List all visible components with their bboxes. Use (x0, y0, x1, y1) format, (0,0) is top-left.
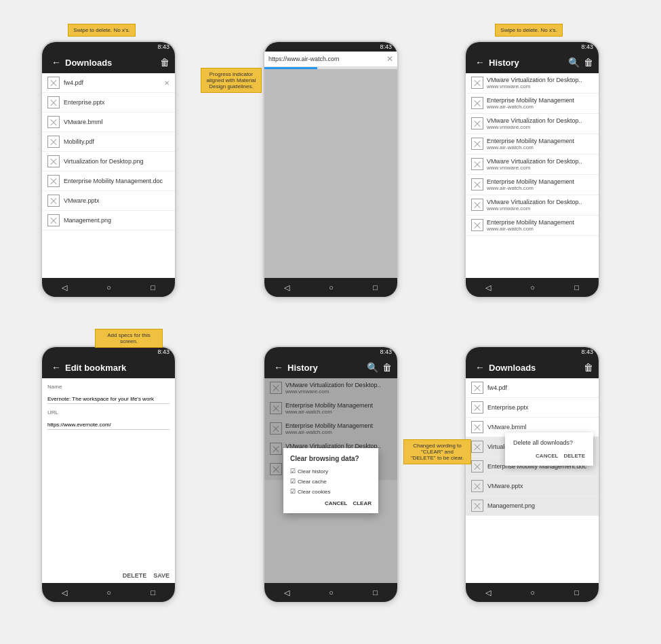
recent-nav[interactable]: □ (574, 283, 579, 291)
nav-bar-1: ◁ ○ □ (42, 278, 175, 297)
phone-3: 8:43 ← History 🔍 🗑 VMware Virtualization… (464, 41, 600, 298)
file-icon (471, 178, 483, 190)
list-item: VMware Virtualization for Desktop.. www.… (466, 73, 599, 94)
annotation-phone1: Swipe to delete. No x's. (68, 24, 136, 37)
search-icon-3[interactable]: 🔍 (568, 57, 580, 68)
home-nav[interactable]: ○ (329, 283, 334, 291)
history-list-3: VMware Virtualization for Desktop.. www.… (466, 73, 599, 278)
status-bar-1: 8:43 (42, 42, 175, 52)
app-bar-1: ← Downloads 🗑 (42, 52, 175, 73)
file-icon (47, 116, 60, 128)
app-bar-4: ← Edit bookmark (42, 357, 175, 378)
status-bar-4: 8:43 (42, 347, 175, 357)
recent-nav[interactable]: □ (574, 588, 579, 597)
nav-bar-2: ◁ ○ □ (264, 278, 397, 297)
list-item: Enterprise Mobility Management www.air-w… (466, 216, 599, 236)
annotation-phone5: Changed wording to "CLEAR" and "DELETE" … (403, 439, 471, 464)
app-title-1: Downloads (65, 58, 156, 68)
home-nav[interactable]: ○ (106, 588, 111, 597)
status-bar-2: 8:43 (264, 42, 397, 52)
back-nav[interactable]: ◁ (62, 283, 67, 292)
phone-4: 8:43 ← Edit bookmark Name URL DELETE SAV… (41, 346, 176, 603)
delete-icon-6[interactable]: 🗑 (584, 362, 593, 373)
file-icon (471, 97, 483, 109)
file-icon (47, 195, 60, 207)
clear-cookies-option[interactable]: ☑ Clear cookies (290, 488, 372, 495)
canvas: 8:43 ← Downloads 🗑 fw4.pdf ✕ Enterprise.… (0, 0, 661, 644)
delete-dialog: Delete all downloads? CANCEL DELETE (505, 432, 593, 466)
name-input[interactable] (47, 395, 169, 404)
list-item: Mobility.pdf (42, 132, 175, 152)
annotation-phone3: Swipe to delete. No x's. (495, 24, 563, 37)
cancel-button[interactable]: CANCEL (325, 500, 347, 506)
clear-button[interactable]: CLEAR (353, 500, 372, 506)
file-icon (471, 77, 483, 89)
recent-nav[interactable]: □ (373, 588, 378, 597)
delete-icon-1[interactable]: 🗑 (160, 57, 169, 68)
cancel-button[interactable]: CANCEL (536, 453, 558, 459)
back-nav[interactable]: ◁ (284, 588, 289, 597)
nav-bar-6: ◁ ○ □ (466, 583, 599, 602)
delete-button[interactable]: DELETE (563, 453, 585, 459)
list-item: Enterprise Mobility Management www.air-w… (466, 134, 599, 155)
list-item: VMware.bmml (42, 113, 175, 132)
file-icon (471, 460, 483, 472)
list-item: Enterprise.pptx (466, 398, 599, 418)
url-input[interactable] (47, 420, 169, 430)
list-item: VMware Virtualization for Desktop.. www.… (466, 195, 599, 216)
file-icon (47, 136, 60, 148)
file-icon (47, 214, 60, 226)
file-icon (47, 155, 60, 167)
delete-icon-5[interactable]: 🗑 (382, 362, 392, 373)
file-icon (47, 77, 60, 89)
back-nav[interactable]: ◁ (62, 588, 67, 597)
clear-cache-option[interactable]: ☑ Clear cache (290, 478, 372, 485)
back-icon-3[interactable]: ← (475, 57, 485, 68)
home-nav[interactable]: ○ (329, 588, 334, 597)
url-bar: https://www.air-watch.com ✕ (264, 52, 397, 67)
clear-history-option[interactable]: ☑ Clear history (290, 468, 372, 475)
file-icon (471, 500, 483, 512)
back-icon-6[interactable]: ← (475, 362, 485, 373)
url-input[interactable]: https://www.air-watch.com (268, 56, 386, 62)
back-nav[interactable]: ◁ (485, 588, 491, 597)
delete-icon-3[interactable]: 🗑 (584, 57, 593, 68)
dialog-actions: CANCEL CLEAR (290, 500, 372, 506)
home-nav[interactable]: ○ (530, 588, 535, 597)
list-item: VMware.pptx (42, 191, 175, 211)
status-bar-3: 8:43 (466, 42, 599, 52)
bookmark-form: Name URL (42, 378, 175, 568)
app-bar-6: ← Downloads 🗑 (466, 357, 599, 378)
back-icon-1[interactable]: ← (52, 57, 61, 68)
back-icon-4[interactable]: ← (52, 362, 61, 373)
search-icon-5[interactable]: 🔍 (367, 362, 378, 373)
recent-nav[interactable]: □ (151, 283, 155, 291)
list-item: Enterprise Mobility Management.doc (42, 172, 175, 191)
home-nav[interactable]: ○ (106, 283, 111, 291)
file-icon (47, 96, 60, 108)
save-button[interactable]: SAVE (153, 572, 169, 579)
status-bar-5: 8:43 (264, 347, 397, 357)
close-icon[interactable]: ✕ (164, 79, 169, 87)
back-icon-5[interactable]: ← (274, 362, 283, 373)
form-actions: DELETE SAVE (42, 568, 175, 583)
back-nav[interactable]: ◁ (284, 283, 289, 292)
phone-2: 8:43 https://www.air-watch.com ✕ ◁ ○ □ (263, 41, 399, 298)
annotation-phone2: Progress indicator aligned with Material… (201, 68, 262, 93)
delete-dialog-actions: CANCEL DELETE (513, 453, 585, 459)
back-nav[interactable]: ◁ (485, 283, 491, 292)
file-icon (471, 421, 483, 433)
recent-nav[interactable]: □ (373, 283, 378, 291)
list-item: Virtualization for Desktop.png (42, 152, 175, 172)
list-item: VMware Virtualization for Desktop.. www.… (466, 114, 599, 134)
home-nav[interactable]: ○ (530, 283, 535, 291)
browser-content (264, 69, 397, 278)
list-item: fw4.pdf ✕ (42, 73, 175, 93)
file-icon (471, 480, 483, 492)
url-close-icon[interactable]: ✕ (386, 54, 393, 64)
delete-button[interactable]: DELETE (123, 572, 147, 579)
file-icon (471, 219, 483, 231)
file-icon (471, 401, 483, 414)
recent-nav[interactable]: □ (151, 588, 155, 597)
list-item: VMware.pptx (466, 477, 599, 496)
